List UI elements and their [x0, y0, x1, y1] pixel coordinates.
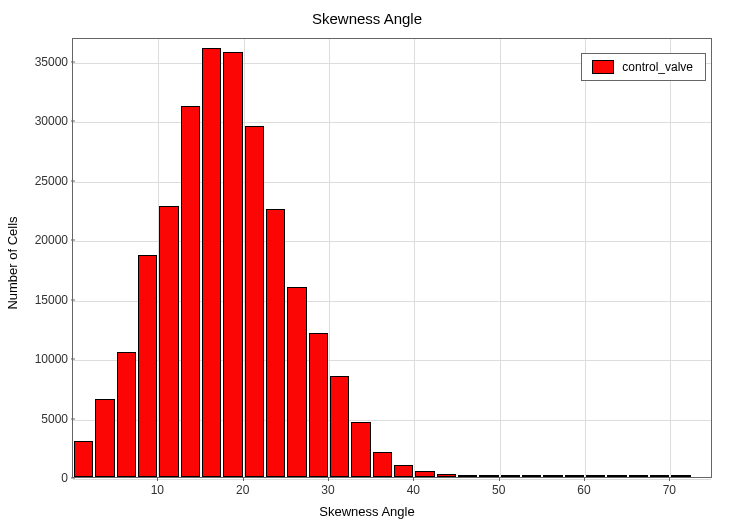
tick-mark	[584, 477, 585, 481]
bar	[245, 126, 264, 477]
bar	[565, 475, 584, 477]
gridline-v	[670, 39, 671, 477]
tick-mark	[71, 478, 75, 479]
bar	[117, 352, 136, 477]
y-tick-label: 30000	[8, 114, 68, 128]
tick-mark	[71, 61, 75, 62]
bar	[522, 475, 541, 477]
y-tick-label: 15000	[8, 293, 68, 307]
legend-entry-label: control_valve	[622, 60, 693, 74]
gridline-v	[414, 39, 415, 477]
bar	[351, 422, 370, 477]
bar	[95, 399, 114, 477]
bar	[181, 106, 200, 477]
bar	[138, 255, 157, 477]
tick-mark	[71, 418, 75, 419]
bar	[586, 475, 605, 477]
legend: control_valve	[581, 53, 706, 81]
y-tick-label: 25000	[8, 174, 68, 188]
tick-mark	[413, 477, 414, 481]
tick-mark	[71, 121, 75, 122]
tick-mark	[669, 477, 670, 481]
tick-mark	[71, 299, 75, 300]
bar	[543, 475, 562, 477]
bar	[479, 475, 498, 477]
bar	[437, 474, 456, 477]
legend-swatch	[592, 60, 614, 74]
tick-mark	[157, 477, 158, 481]
bar	[629, 475, 648, 477]
bar	[223, 52, 242, 477]
y-tick-label: 20000	[8, 233, 68, 247]
tick-mark	[243, 477, 244, 481]
bar	[159, 206, 178, 477]
bar	[309, 333, 328, 477]
bar	[287, 287, 306, 477]
bar	[415, 471, 434, 477]
gridline-v	[585, 39, 586, 477]
tick-mark	[71, 359, 75, 360]
chart-container: Skewness Angle Number of Cells Skewness …	[0, 0, 734, 525]
bar	[373, 452, 392, 477]
tick-mark	[71, 180, 75, 181]
bar	[458, 475, 477, 477]
x-tick-label: 20	[236, 483, 249, 497]
bar	[266, 209, 285, 477]
gridline-v	[500, 39, 501, 477]
tick-mark	[499, 477, 500, 481]
x-tick-label: 30	[321, 483, 334, 497]
bar	[501, 475, 520, 477]
bar	[650, 475, 669, 477]
bar	[394, 465, 413, 477]
y-tick-label: 10000	[8, 352, 68, 366]
x-axis-label: Skewness Angle	[0, 504, 734, 519]
tick-mark	[328, 477, 329, 481]
bar	[330, 376, 349, 477]
gridline-h	[73, 182, 711, 183]
chart-title: Skewness Angle	[0, 10, 734, 27]
x-tick-label: 40	[407, 483, 420, 497]
plot-area	[72, 38, 712, 478]
gridline-h	[73, 479, 711, 480]
bar	[74, 441, 93, 477]
y-tick-label: 35000	[8, 55, 68, 69]
x-tick-label: 60	[577, 483, 590, 497]
y-tick-label: 0	[8, 471, 68, 485]
y-tick-label: 5000	[8, 412, 68, 426]
x-tick-label: 10	[151, 483, 164, 497]
x-tick-label: 50	[492, 483, 505, 497]
bar	[671, 475, 690, 477]
bar	[202, 48, 221, 477]
x-tick-label: 70	[663, 483, 676, 497]
tick-mark	[71, 240, 75, 241]
bar	[607, 475, 626, 477]
gridline-h	[73, 122, 711, 123]
